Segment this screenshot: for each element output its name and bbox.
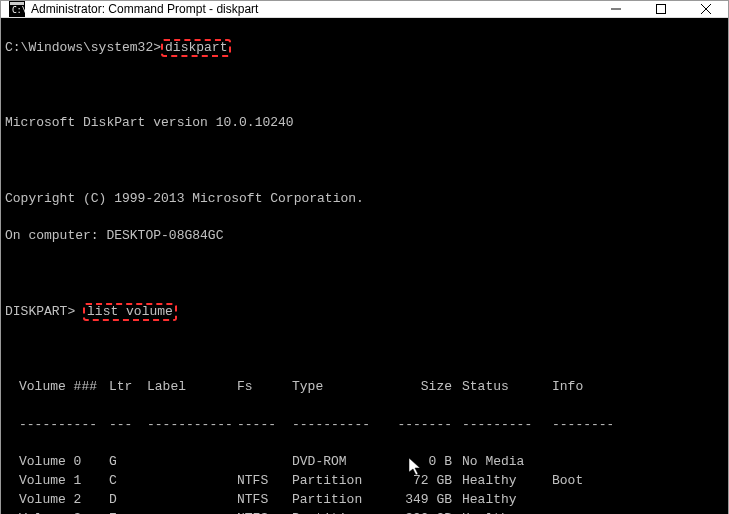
banner-computer: On computer: DESKTOP-08G84GC [5, 227, 724, 246]
cell-label [147, 510, 237, 514]
svg-rect-1 [10, 2, 24, 5]
table-row: Volume 0GDVD-ROM0 BNo Media [5, 453, 724, 472]
cell-info: Boot [552, 472, 612, 491]
cell-vol: Volume 3 [19, 510, 109, 514]
cell-fs: NTFS [237, 510, 292, 514]
cell-type: Partition [292, 510, 392, 514]
col-size: Size [392, 378, 462, 397]
cell-label [147, 472, 237, 491]
table-row: Volume 1CNTFSPartition72 GBHealthyBoot [5, 472, 724, 491]
cell-type: Partition [292, 491, 392, 510]
cell-size: 0 B [392, 453, 462, 472]
prompt-path: C:\Windows\system32> [5, 40, 161, 55]
table-row: Volume 2DNTFSPartition349 GBHealthy [5, 491, 724, 510]
col-fs: Fs [237, 378, 292, 397]
cell-ltr: D [109, 491, 147, 510]
cell-fs [237, 453, 292, 472]
cell-size: 349 GB [392, 491, 462, 510]
cell-ltr: G [109, 453, 147, 472]
titlebar[interactable]: C:\ Administrator: Command Prompt - disk… [1, 1, 728, 18]
diskpart-prompt: DISKPART> [5, 304, 75, 319]
cell-ltr: C [109, 472, 147, 491]
close-button[interactable] [683, 1, 728, 17]
cell-ltr: E [109, 510, 147, 514]
cell-type: Partition [292, 472, 392, 491]
banner-copyright: Copyright (C) 1999-2013 Microsoft Corpor… [5, 190, 724, 209]
cell-fs: NTFS [237, 491, 292, 510]
cell-status: No Media [462, 453, 552, 472]
cell-status: Healthy [462, 491, 552, 510]
col-volume: Volume ### [19, 378, 109, 397]
svg-text:C:\: C:\ [12, 6, 25, 15]
table-header-row: Volume ### Ltr Label Fs Type Size Status… [5, 378, 724, 397]
window-controls [593, 1, 728, 17]
command-prompt-window: C:\ Administrator: Command Prompt - disk… [0, 0, 729, 514]
cell-size: 72 GB [392, 472, 462, 491]
cell-type: DVD-ROM [292, 453, 392, 472]
cell-size: 390 GB [392, 510, 462, 514]
col-status: Status [462, 378, 552, 397]
cell-fs: NTFS [237, 472, 292, 491]
cell-vol: Volume 1 [19, 472, 109, 491]
cell-label [147, 491, 237, 510]
col-label: Label [147, 378, 237, 397]
svg-rect-4 [656, 5, 665, 14]
table-separator: ---------- --- ----------- ----- -------… [5, 416, 724, 435]
cell-info [552, 453, 612, 472]
window-title: Administrator: Command Prompt - diskpart [31, 2, 593, 16]
minimize-button[interactable] [593, 1, 638, 17]
maximize-button[interactable] [638, 1, 683, 17]
col-ltr: Ltr [109, 378, 147, 397]
cell-info [552, 491, 612, 510]
banner-version: Microsoft DiskPart version 10.0.10240 [5, 114, 724, 133]
highlight-diskpart: diskpart [161, 39, 231, 57]
col-info: Info [552, 378, 612, 397]
cell-info [552, 510, 612, 514]
cell-vol: Volume 2 [19, 491, 109, 510]
cell-status: Healthy [462, 472, 552, 491]
col-type: Type [292, 378, 392, 397]
cell-label [147, 453, 237, 472]
cmd-icon: C:\ [9, 1, 25, 17]
highlight-list-volume: list volume [83, 303, 177, 321]
terminal-output[interactable]: C:\Windows\system32>diskpart Microsoft D… [1, 18, 728, 514]
cell-vol: Volume 0 [19, 453, 109, 472]
cell-status: Healthy [462, 510, 552, 514]
table-row: Volume 3ENTFSPartition390 GBHealthy [5, 510, 724, 514]
